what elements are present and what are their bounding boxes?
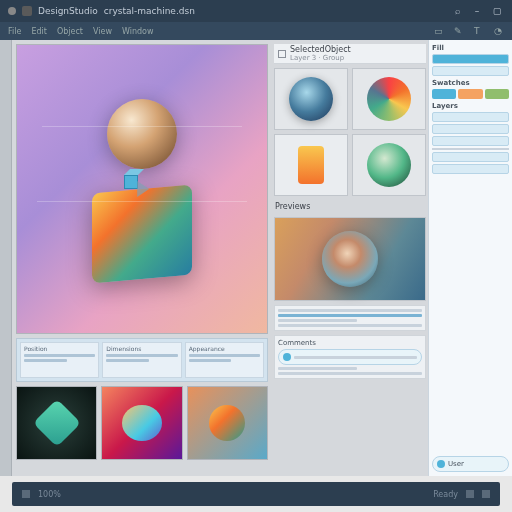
zoom-readout[interactable]: 100%	[38, 490, 61, 499]
maximize-icon[interactable]: ▢	[490, 4, 504, 18]
thumbnail-row	[16, 386, 268, 460]
menu-window[interactable]: Window	[122, 27, 154, 36]
artwork-cube[interactable]	[92, 185, 192, 284]
orb-icon	[367, 77, 411, 121]
property-strip: Position Dimensions Appearance	[16, 338, 268, 382]
object-icon	[278, 50, 286, 58]
menu-object[interactable]: Object	[57, 27, 83, 36]
right-panel: Fill Swatches Layers User	[428, 40, 512, 476]
inspector-column: SelectedObject Layer 3 · Group Previews …	[272, 40, 428, 476]
grid-icon[interactable]	[22, 490, 30, 498]
info-cell-position[interactable]: Position	[20, 342, 99, 378]
user-label: User	[448, 460, 464, 468]
menu-view[interactable]: View	[93, 27, 112, 36]
comments-title: Comments	[278, 339, 422, 347]
menu-edit[interactable]: Edit	[31, 27, 47, 36]
canvas-column: Position Dimensions Appearance	[12, 40, 272, 476]
swatch-sphere-blue[interactable]	[274, 68, 348, 130]
inspector-title: SelectedObject	[290, 45, 351, 54]
comments-panel[interactable]: Comments	[274, 335, 426, 379]
app-logo-icon	[22, 6, 32, 16]
user-badge[interactable]: User	[432, 456, 509, 472]
swatch-sphere-rainbow[interactable]	[352, 68, 426, 130]
text-tool-icon[interactable]: T	[474, 26, 484, 36]
layer-row[interactable]	[432, 124, 509, 134]
swatch-row	[432, 89, 509, 99]
swatch-green[interactable]	[485, 89, 509, 99]
left-ruler	[0, 40, 12, 476]
play-icon[interactable]	[137, 181, 149, 197]
layer-row[interactable]	[432, 152, 509, 162]
info-title: Dimensions	[106, 345, 177, 352]
window-close-icon[interactable]	[8, 7, 16, 15]
swatch-cyan[interactable]	[432, 89, 456, 99]
minimize-icon[interactable]: –	[470, 4, 484, 18]
status-bar: 100% Ready	[12, 482, 500, 506]
info-cell-dimensions[interactable]: Dimensions	[102, 342, 181, 378]
artboard[interactable]	[16, 44, 268, 334]
layers-section: Layers	[432, 102, 509, 174]
eyedropper-icon[interactable]: ◔	[494, 26, 504, 36]
fill-section: Fill	[432, 44, 509, 76]
detail-panel	[274, 305, 426, 331]
info-title: Position	[24, 345, 95, 352]
swatch-sphere-green[interactable]	[352, 134, 426, 196]
search-icon[interactable]: ⌕	[450, 4, 464, 18]
sphere-icon	[209, 405, 245, 441]
titlebar: DesignStudio crystal-machine.dsn ⌕ – ▢	[0, 0, 512, 22]
main-toolbar: File Edit Object View Window ▭ ✎ T ◔	[0, 22, 512, 40]
info-title: Appearance	[189, 345, 260, 352]
artwork-sphere[interactable]	[107, 99, 177, 169]
fill-title: Fill	[432, 44, 509, 52]
info-cell-appearance[interactable]: Appearance	[185, 342, 264, 378]
fill-chip[interactable]	[432, 54, 509, 64]
thumb-emerald[interactable]	[16, 386, 97, 460]
select-tool-icon[interactable]: ▭	[434, 26, 444, 36]
app-name: DesignStudio	[38, 6, 98, 16]
layer-row[interactable]	[432, 136, 509, 146]
status-text: Ready	[433, 490, 458, 499]
avatar-icon	[437, 460, 445, 468]
swatches-section: Swatches	[432, 79, 509, 99]
swatch-lamp[interactable]	[274, 134, 348, 196]
orb-icon	[289, 77, 333, 121]
gem-icon	[33, 399, 81, 447]
expand-icon[interactable]	[482, 490, 490, 498]
stroke-chip[interactable]	[432, 66, 509, 76]
layers-title: Layers	[432, 102, 509, 110]
menu-file[interactable]: File	[8, 27, 21, 36]
ring-icon	[322, 231, 378, 287]
orb-icon	[367, 143, 411, 187]
thumb-poly-1[interactable]	[101, 386, 182, 460]
settings-icon[interactable]	[466, 490, 474, 498]
layer-row[interactable]	[432, 112, 509, 122]
swatches-title: Swatches	[432, 79, 509, 87]
document-name: crystal-machine.dsn	[104, 6, 195, 16]
layer-row[interactable]	[432, 164, 509, 174]
avatar-icon	[283, 353, 291, 361]
swatch-orange[interactable]	[458, 89, 482, 99]
inspector-header: SelectedObject Layer 3 · Group	[274, 44, 426, 64]
swatch-grid	[274, 68, 426, 196]
inspector-subtitle: Layer 3 · Group	[290, 54, 351, 62]
lamp-icon	[298, 146, 324, 184]
pen-tool-icon[interactable]: ✎	[454, 26, 464, 36]
thumb-poly-2[interactable]	[187, 386, 268, 460]
preview-large[interactable]	[274, 217, 426, 301]
comment-pill[interactable]	[278, 349, 422, 365]
workspace: Position Dimensions Appearance SelectedO…	[0, 40, 512, 476]
section-label: Previews	[274, 200, 426, 213]
sphere-icon	[122, 405, 162, 441]
